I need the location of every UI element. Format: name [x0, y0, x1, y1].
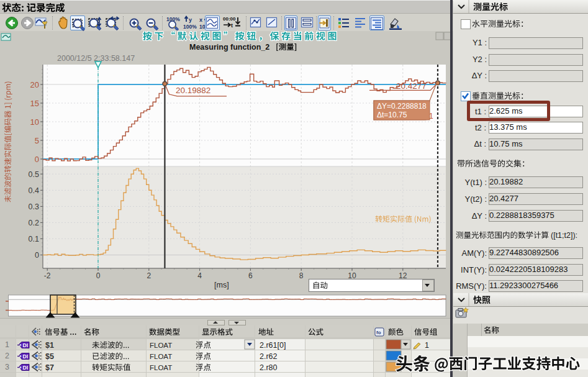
svg-text:2.r80: 2.r80: [260, 363, 278, 372]
svg-text:10: 10: [30, 117, 39, 127]
svg-text:0.5: 0.5: [29, 170, 39, 179]
svg-text:0.3: 0.3: [29, 202, 39, 211]
svg-text:fo: fo: [376, 330, 381, 335]
svg-text:FLOAT: FLOAT: [150, 364, 172, 371]
svg-text:2.r62: 2.r62: [260, 352, 278, 361]
svg-text:$7: $7: [45, 363, 54, 372]
svg-text:5: 5: [35, 136, 39, 145]
svg-text:ΔY=0.2288818: ΔY=0.2288818: [377, 102, 427, 111]
svg-text:DI: DI: [23, 365, 29, 371]
svg-text:$5: $5: [45, 352, 54, 361]
svg-text:Δt=10.75: Δt=10.75: [377, 111, 407, 119]
svg-text:3: 3: [5, 363, 9, 371]
svg-text:DI: DI: [23, 342, 29, 348]
svg-text:0.4: 0.4: [29, 186, 39, 195]
svg-text:0: 0: [35, 155, 39, 164]
svg-text:([t1;t2]):: ([t1;t2]):: [551, 231, 577, 240]
svg-text:20.19882: 20.19882: [176, 86, 210, 95]
svg-text:FLOAT: FLOAT: [150, 342, 172, 349]
svg-text:1: 1: [5, 340, 9, 349]
svg-text:2: 2: [5, 352, 9, 360]
svg-text:20.4277: 20.4277: [396, 81, 427, 91]
svg-text:2.r61[0]: 2.r61[0]: [260, 341, 286, 350]
svg-text:FLOAT: FLOAT: [150, 353, 172, 360]
svg-text:1: 1: [429, 112, 433, 120]
svg-text:0.1: 0.1: [29, 235, 39, 243]
svg-text:15: 15: [30, 99, 39, 108]
svg-text:20: 20: [30, 80, 39, 89]
svg-text:DI: DI: [23, 353, 29, 360]
svg-text:0: 0: [35, 251, 39, 260]
svg-text:0.2: 0.2: [29, 219, 39, 227]
svg-text:$1: $1: [45, 341, 54, 350]
